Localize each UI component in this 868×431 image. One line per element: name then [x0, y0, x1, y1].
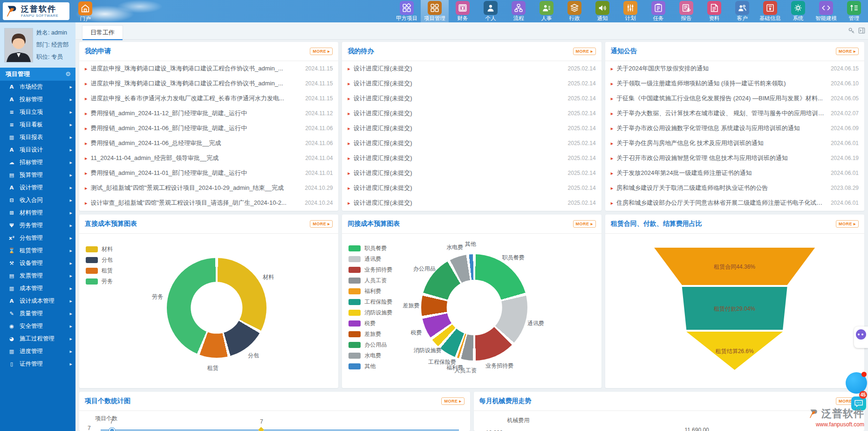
list-item[interactable]: ▸ 于征集《中国建筑施工行业信息化发展报告 (2024) —BIM应用与发展》材…: [605, 91, 864, 106]
nav-item-jihua[interactable]: 计划: [616, 0, 644, 22]
list-item[interactable]: ▸ 关于举办大数据、云计算技术在城市建设、 规划、管理与服务中的应用培训班...…: [605, 106, 864, 121]
nav-item-jiafang[interactable]: 甲方项目: [393, 0, 421, 22]
direct-cost-donut-chart[interactable]: [167, 258, 267, 358]
legend-item[interactable]: 通讯费: [349, 254, 392, 264]
sidebar-item-design-cost[interactable]: A 设计成本管理 ▶: [0, 295, 75, 307]
sidebar-item-cost[interactable]: ▥ 成本管理 ▶: [0, 282, 75, 295]
sidebar-item-subcontract[interactable]: x² 分包管理 ▶: [0, 232, 75, 244]
nav-item-zhineng[interactable]: 智能建模: [812, 0, 840, 22]
side-widget-button[interactable]: [854, 327, 868, 348]
sidebar-item-safety[interactable]: ◉ 安全管理 ▶: [0, 320, 75, 333]
list-item[interactable]: ▸ 设计审查_彭祖新城"四馆"景观工程设计项目_请选择_胡广生_2024-10-…: [79, 195, 338, 210]
list-item[interactable]: ▸ 费用报销_admin_2024-11-06_部门经理审批_胡建,_运行中 2…: [79, 121, 338, 136]
list-item[interactable]: ▸ 设计进度汇报(未提交) 2025.02.14: [342, 106, 601, 121]
legend-item[interactable]: 福利费: [349, 286, 392, 297]
list-item[interactable]: ▸ 住房和城乡建设部办公厅关于同意吉林省开展二级建造师注册证书电子化试点... …: [605, 195, 864, 210]
password-key-icon[interactable]: [848, 27, 855, 34]
sidebar-item-project-report[interactable]: ▥ 项目报表 ▶: [0, 131, 75, 144]
legend-item[interactable]: 分包: [86, 255, 113, 265]
sidebar-item-market[interactable]: A 市场经营 ▶: [0, 81, 75, 93]
list-item[interactable]: ▸ 进度款申报_长春市伊通河水力发电厂改建工程_长春市伊通河水力发电... 20…: [79, 91, 338, 106]
list-item[interactable]: ▸ 设计进度汇报(未提交) 2025.02.14: [342, 166, 601, 181]
more-button[interactable]: MORE ▸: [573, 220, 596, 228]
nav-item-xitong[interactable]: 系统: [784, 0, 812, 22]
more-button[interactable]: MORE ▸: [310, 48, 333, 55]
nav-item-kehu[interactable]: 客户: [728, 0, 756, 22]
list-item[interactable]: ▸ 测试_彭祖新城"四馆"景观工程设计项目_2024-10-29_admin_结…: [79, 181, 338, 195]
project-count-chart[interactable]: 项目个数 7 7 7: [79, 411, 470, 431]
rental-funnel-chart[interactable]: 租赁合同44.36%租赁付款29.04%租赁结算26.6%: [605, 234, 864, 388]
nav-item-liucheng[interactable]: 流程: [505, 0, 533, 22]
nav-item-xmgl[interactable]: 项目管理: [421, 0, 449, 22]
list-item[interactable]: ▸ 费用报销_admin_2024-11-06_总经理审批__完成 2024.1…: [79, 136, 338, 151]
sidebar-item-progress[interactable]: ▥ 进度管理 ▶: [0, 345, 75, 358]
list-item[interactable]: ▸ 关于2024年国庆节放假安排的通知 2024.06.15: [605, 61, 864, 76]
indirect-cost-donut-chart[interactable]: [421, 254, 527, 361]
more-button[interactable]: MORE ▸: [836, 48, 859, 55]
legend-item[interactable]: 税费: [349, 318, 392, 329]
sidebar-item-material[interactable]: ⊞ 材料管理 ▶: [0, 207, 75, 219]
list-item[interactable]: ▸ 进度款申报_珠海鹤港口建设_珠海鹤港口建设工程合作协议书_admin_...…: [79, 61, 338, 76]
settings-gear-icon[interactable]: ⚙: [65, 68, 71, 81]
list-item[interactable]: ▸ 关于领取一级注册建造师增项贴的通知 (须持一建证书前来领取) 2024.06…: [605, 76, 864, 91]
sidebar-item-equipment[interactable]: ⚒ 设备管理 ▶: [0, 257, 75, 270]
nav-item-xingzheng[interactable]: 行政: [560, 0, 588, 22]
more-button[interactable]: MORE ▸: [441, 397, 464, 405]
sidebar-item-project-design[interactable]: A 项目设计 ▶: [0, 144, 75, 156]
sidebar-item-kanban[interactable]: ≡ 项目看板 ▶: [0, 118, 75, 131]
nav-item-caiwu[interactable]: 财务: [449, 0, 477, 22]
list-item[interactable]: ▸ 进度款申报_珠海鹤港口建设_珠海鹤港口建设工程合作协议书_admin_...…: [79, 76, 338, 91]
legend-item[interactable]: 租赁: [86, 265, 113, 276]
list-item[interactable]: ▸ 关于举办市政公用设施数字化管理信息 系统建设与应用培训班的通知 2024.0…: [605, 121, 864, 136]
legend-item[interactable]: 办公用品: [349, 340, 392, 350]
more-button[interactable]: MORE ▸: [836, 220, 859, 228]
sidebar-item-rental[interactable]: ⌛ 租赁管理 ▶: [0, 244, 75, 257]
legend-item[interactable]: 职员餐费: [349, 243, 392, 254]
machine-cost-chart[interactable]: 机械费用 12,000 11,690.00: [474, 411, 865, 431]
collapse-panel-icon[interactable]: [858, 27, 865, 34]
list-item[interactable]: ▸ 设计进度汇报(未提交) 2025.02.14: [342, 195, 601, 210]
sidebar-item-tender[interactable]: ☁ 招标管理 ▶: [0, 156, 75, 169]
more-button[interactable]: MORE ▸: [573, 48, 596, 55]
legend-item[interactable]: 消防设施费: [349, 307, 392, 318]
nav-item-jichu[interactable]: 基础信息: [756, 0, 784, 22]
list-item[interactable]: ▸ 设计进度汇报(未提交) 2025.02.14: [342, 151, 601, 166]
legend-item[interactable]: 业务招待费: [349, 264, 392, 275]
list-item[interactable]: ▸ 费用报销_admin_2024-11-12_部门经理审批_胡建,_运行中 2…: [79, 106, 338, 121]
list-item[interactable]: ▸ 房和城乡建设厅关于取消二级建造师临时执业证书的公告 2023.08.29: [605, 181, 864, 195]
list-item[interactable]: ▸ 设计进度汇报(未提交) 2025.02.14: [342, 121, 601, 136]
list-item[interactable]: ▸ 关于举办住房与房地产信息化 技术及应用培训班的通知 2024.06.01: [605, 136, 864, 151]
sidebar-item-invoice[interactable]: ▤ 发票管理 ▶: [0, 270, 75, 282]
legend-item[interactable]: 水电费: [349, 350, 392, 361]
list-item[interactable]: ▸ 关于发放2024年第24批一级建造师注册证书的通知 2024.06.01: [605, 166, 864, 181]
legend-item[interactable]: 其他: [349, 361, 392, 372]
list-item[interactable]: ▸ 设计进度汇报(未提交) 2025.02.14: [342, 91, 601, 106]
list-item[interactable]: ▸ 设计进度汇报(未提交) 2025.02.14: [342, 61, 601, 76]
sidebar-section-header[interactable]: 项目管理 ⚙: [0, 68, 75, 81]
sidebar-item-certificate[interactable]: ▯ 证件管理 ▶: [0, 358, 75, 370]
sidebar-item-budget[interactable]: ▤ 预算管理 ▶: [0, 169, 75, 181]
tab-daily-work[interactable]: 日常工作: [82, 25, 123, 40]
legend-item[interactable]: 人员工资: [349, 275, 392, 286]
list-item[interactable]: ▸ 设计进度汇报(未提交) 2025.02.14: [342, 181, 601, 195]
legend-item[interactable]: 差旅费: [349, 329, 392, 340]
list-item[interactable]: ▸ 关于召开市政公用设施智慧化管理 信息技术与应用培训班的通知 2024.06.…: [605, 151, 864, 166]
nav-item-renwu[interactable]: 任务: [644, 0, 672, 22]
sidebar-item-construction[interactable]: ◕ 施工过程管理 ▶: [0, 333, 75, 345]
nav-item-portal[interactable]: 门户: [75, 1, 95, 22]
nav-item-tongzhi[interactable]: 通知: [588, 0, 616, 22]
nav-item-baogao[interactable]: 报告: [672, 0, 700, 22]
list-item[interactable]: ▸ 费用报销_admin_2024-11-01_部门经理审批_胡建,_运行中 2…: [79, 166, 338, 181]
legend-item[interactable]: 材料: [86, 244, 113, 255]
list-item[interactable]: ▸ 11_2024-11-04_admin_经营部_领导审批__完成 2024.…: [79, 151, 338, 166]
nav-item-geren[interactable]: 个人: [477, 0, 505, 22]
list-item[interactable]: ▸ 设计进度汇报(未提交) 2025.02.14: [342, 76, 601, 91]
legend-item[interactable]: 工程保险费: [349, 297, 392, 307]
more-button[interactable]: MORE ▸: [310, 220, 333, 228]
legend-item[interactable]: 劳务: [86, 276, 113, 287]
sidebar-item-design-mgmt[interactable]: A 设计管理 ▶: [0, 181, 75, 194]
list-item[interactable]: ▸ 设计进度汇报(未提交) 2025.02.14: [342, 136, 601, 151]
nav-item-renshi[interactable]: 人事: [533, 0, 560, 22]
sidebar-item-labor[interactable]: Ψ 劳务管理 ▶: [0, 219, 75, 232]
nav-item-ziliao[interactable]: 资料: [700, 0, 728, 22]
